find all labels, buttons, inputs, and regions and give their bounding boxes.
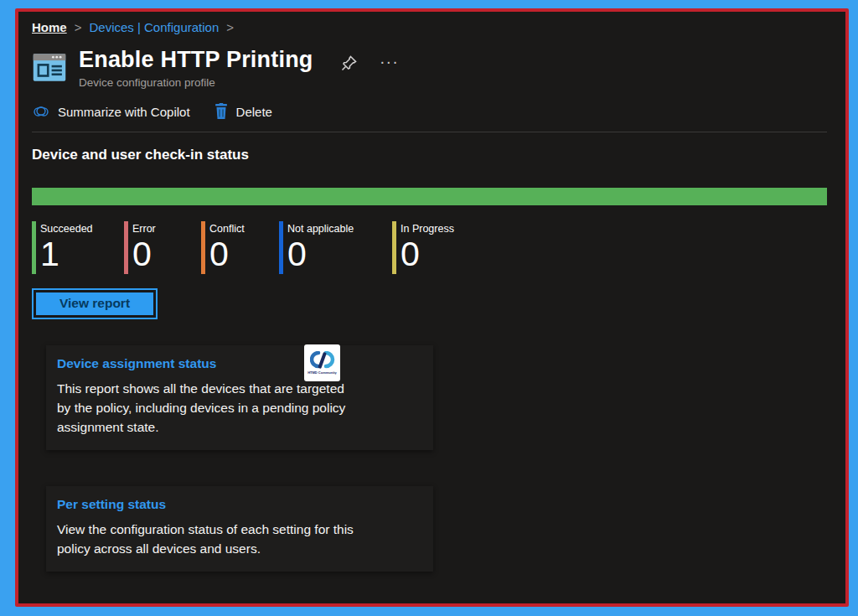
status-count: 0: [132, 236, 201, 272]
summarize-with-copilot-label: Summarize with Copilot: [58, 105, 190, 119]
status-count: 0: [401, 236, 484, 272]
htmd-logo-caption: HTMD Community: [308, 370, 337, 375]
pin-icon[interactable]: [340, 54, 359, 72]
status-label: Conflict: [209, 221, 279, 235]
page-subtitle: Device configuration profile: [79, 76, 313, 89]
status-color-bar: [32, 221, 36, 274]
page-header: Enable HTTP Printing Device configuratio…: [32, 47, 827, 89]
delete-button[interactable]: Delete: [214, 103, 272, 120]
summarize-with-copilot-button[interactable]: Summarize with Copilot: [32, 102, 190, 121]
per-setting-status-link[interactable]: Per setting status: [57, 497, 420, 512]
device-assignment-status-description: This report shows all the devices that a…: [57, 380, 357, 437]
status-tile-conflict: Conflict 0: [201, 221, 279, 274]
device-configuration-profile-icon: [32, 49, 67, 85]
status-color-bar: [392, 221, 396, 274]
chevron-right-icon: >: [226, 20, 234, 34]
view-report-button[interactable]: View report: [34, 290, 156, 318]
device-assignment-status-card[interactable]: Device assignment status This report sho…: [46, 345, 433, 450]
page-frame: Home > Devices | Configuration > Enable …: [15, 8, 849, 607]
htmd-logo-icon: [310, 351, 335, 370]
chevron-right-icon: >: [75, 20, 82, 34]
title-block: Enable HTTP Printing Device configuratio…: [79, 47, 313, 89]
trash-icon: [214, 103, 229, 120]
delete-label: Delete: [236, 105, 272, 119]
copilot-icon: [32, 102, 50, 121]
status-count: 0: [287, 236, 392, 272]
status-color-bar: [279, 221, 283, 274]
status-color-bar: [124, 221, 128, 274]
checkin-status-tiles: Succeeded 1 Error 0 Conflict 0 Not appli…: [32, 221, 827, 274]
per-setting-status-description: View the configuration status of each se…: [57, 520, 357, 559]
checkin-status-heading: Device and user check-in status: [32, 147, 827, 163]
command-bar: Summarize with Copilot Delete: [32, 102, 827, 121]
status-label: In Progress: [401, 221, 484, 235]
breadcrumb: Home > Devices | Configuration >: [32, 20, 827, 34]
status-tile-in-progress: In Progress 0: [392, 221, 484, 274]
breadcrumb-devices-configuration-link[interactable]: Devices | Configuration: [89, 20, 219, 34]
device-assignment-status-link[interactable]: Device assignment status: [57, 356, 420, 371]
more-options-button[interactable]: ...: [380, 49, 400, 68]
status-color-bar: [201, 221, 205, 274]
status-tile-succeeded: Succeeded 1: [32, 221, 124, 274]
toolbar-divider: [32, 132, 827, 132]
status-label: Not applicable: [287, 221, 392, 235]
status-label: Succeeded: [40, 221, 124, 235]
breadcrumb-home-link[interactable]: Home: [32, 20, 67, 34]
status-tile-error: Error 0: [124, 221, 201, 274]
htmd-community-logo: HTMD Community: [304, 344, 340, 381]
per-setting-status-card[interactable]: Per setting status View the configuratio…: [46, 486, 433, 572]
checkin-progress-bar: [32, 188, 827, 205]
status-count: 1: [40, 236, 124, 272]
status-count: 0: [209, 236, 279, 272]
status-label: Error: [132, 221, 201, 235]
status-tile-not-applicable: Not applicable 0: [279, 221, 392, 274]
page-title: Enable HTTP Printing: [79, 47, 313, 73]
